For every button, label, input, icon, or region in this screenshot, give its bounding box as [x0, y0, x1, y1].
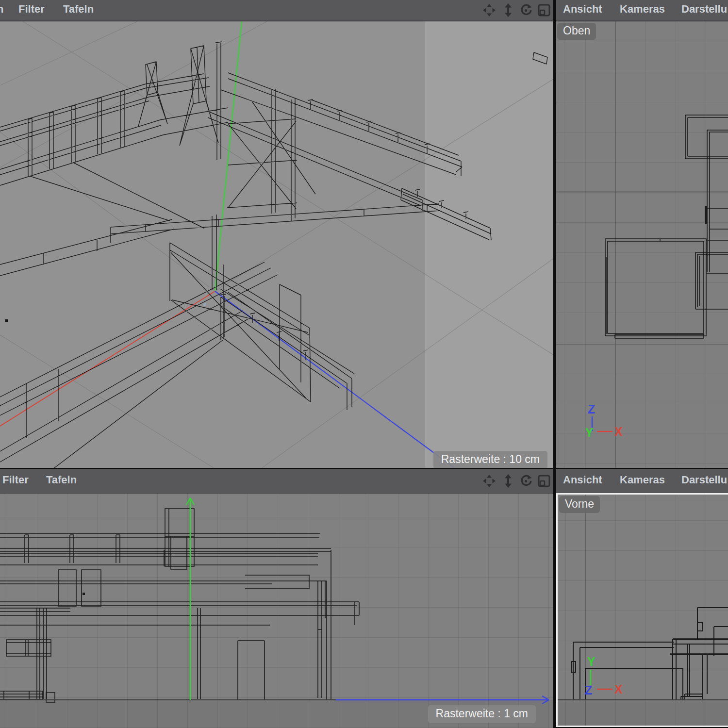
front-wireframe: [571, 608, 728, 700]
object-handle-dot[interactable]: [83, 593, 85, 595]
selection-handle-dot[interactable]: [203, 303, 206, 306]
axis-letter-z: Z: [588, 402, 595, 416]
front-view-scene: Y Z X: [558, 495, 728, 726]
top-viewport[interactable]: Z Y X Oben: [556, 21, 728, 468]
axis-letter-y: Y: [585, 426, 594, 439]
side-view-scene: [0, 494, 553, 728]
pan-icon[interactable]: [482, 474, 496, 488]
zoom-icon[interactable]: [501, 3, 515, 17]
menu-item-filter[interactable]: Filter: [2, 474, 29, 486]
building-wireframe: [0, 42, 547, 468]
menu-item-partial[interactable]: n: [0, 3, 3, 16]
view-name-label: Vorne: [559, 496, 600, 513]
front-view-menubar: Ansicht Kameras Darstellu: [556, 469, 728, 494]
side-view-menubar: Filter Tafeln: [0, 469, 553, 494]
menu-item-ansicht[interactable]: Ansicht: [563, 3, 602, 16]
menu-item-kameras[interactable]: Kameras: [620, 3, 665, 16]
menu-item-filter[interactable]: Filter: [18, 3, 45, 16]
top-view-axis-indicator: Z Y X: [585, 402, 623, 439]
rotate-icon[interactable]: [519, 3, 533, 17]
raster-size-label: Rasterweite : 1 cm: [428, 705, 536, 723]
zoom-icon[interactable]: [501, 474, 515, 488]
menu-item-tafeln[interactable]: Tafeln: [63, 3, 94, 16]
perspective-viewport[interactable]: Rasterweite : 10 cm: [0, 21, 553, 468]
maximize-icon[interactable]: [537, 474, 551, 488]
axis-letter-x: X: [614, 425, 623, 438]
axis-letter-y: Y: [587, 655, 596, 668]
object-handle-dot[interactable]: [5, 319, 8, 322]
axis-letter-z: Z: [585, 683, 592, 697]
menu-item-ansicht[interactable]: Ansicht: [563, 474, 602, 486]
axis-letter-x: X: [614, 682, 623, 696]
front-view-axis-indicator: Y Z X: [585, 655, 623, 697]
view-name-label: Oben: [557, 23, 596, 40]
menu-item-darstellung[interactable]: Darstellu: [681, 3, 727, 16]
rotate-icon[interactable]: [519, 474, 533, 488]
raster-size-label: Rasterweite : 10 cm: [433, 451, 547, 468]
perspective-menubar: n Filter Tafeln: [0, 0, 553, 21]
menu-item-tafeln[interactable]: Tafeln: [46, 474, 77, 486]
maximize-icon[interactable]: [537, 3, 551, 17]
front-viewport[interactable]: Y Z X Vorne: [558, 495, 728, 726]
plan-wireframe: [605, 115, 728, 338]
top-view-menubar: Ansicht Kameras Darstellu: [556, 0, 728, 21]
menu-item-darstellung[interactable]: Darstellu: [681, 474, 727, 486]
elevation-wireframe: [0, 509, 359, 702]
app-window: n Filter Tafeln: [0, 0, 728, 728]
pan-icon[interactable]: [482, 3, 496, 17]
x-axis-line: [0, 291, 215, 426]
top-view-scene: Z Y X: [556, 21, 728, 468]
side-viewport[interactable]: Rasterweite : 1 cm: [0, 494, 553, 728]
perspective-scene: [0, 21, 553, 468]
menu-item-kameras[interactable]: Kameras: [620, 474, 665, 486]
